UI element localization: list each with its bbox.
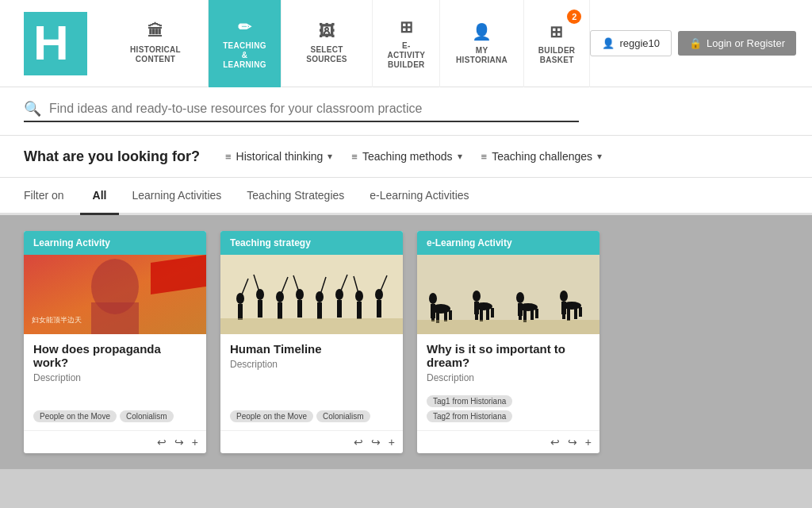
historical-thinking-chevron-icon: ▾ — [327, 151, 332, 162]
tag-tag1-historiana: Tag1 from Historiana — [427, 395, 512, 407]
card-share-btn-1[interactable]: ↪ — [174, 436, 184, 448]
svg-rect-25 — [337, 300, 342, 318]
nav-label-historical-content: HISTORICAL CONTENT — [117, 45, 193, 64]
card-actions-1: ↩ ↪ + — [24, 430, 206, 453]
svg-rect-60 — [567, 308, 570, 321]
historical-content-icon: 🏛 — [147, 22, 163, 40]
card-bookmark-btn-2[interactable]: ↩ — [354, 436, 363, 448]
nav-label-my-historiana: MY HISTORIANA — [454, 46, 508, 65]
teaching-methods-label: Teaching methods — [362, 150, 453, 163]
card-image-silhouette-2 — [417, 255, 599, 334]
logo[interactable]: H — [16, 8, 95, 79]
teaching-challenges-dropdown[interactable]: ≡ Teaching challenges ▾ — [472, 145, 611, 167]
card-header-elearning: e-Learning Activity — [417, 231, 599, 255]
nav-label-builder-basket: BUILDERBASKET — [538, 46, 576, 65]
builder-basket-icon: ⊞ — [550, 22, 563, 41]
nav-item-teaching-learning[interactable]: ✏ TEACHING &LEARNING — [209, 0, 282, 87]
user-button[interactable]: 👤 reggie10 — [590, 30, 672, 56]
svg-rect-33 — [220, 318, 403, 334]
header: H 🏛 HISTORICAL CONTENT ✏ TEACHING &LEARN… — [0, 0, 812, 87]
svg-rect-61 — [574, 307, 577, 319]
lock-icon: 🔒 — [689, 37, 702, 49]
card-desc-2: Description — [230, 359, 393, 370]
card-bookmark-btn-1[interactable]: ↩ — [157, 436, 167, 448]
tab-teaching-strategies[interactable]: Teaching Strategies — [234, 178, 357, 215]
card-title-3: Why is it so important to dream? — [427, 342, 590, 369]
svg-rect-5 — [91, 302, 139, 334]
login-register-button[interactable]: 🔒 Login or Register — [678, 31, 796, 56]
eactivity-builder-icon: ⊞ — [400, 17, 413, 37]
card-image-propaganda: 妇女能顶半边天 — [24, 255, 206, 334]
tab-elearning-activities[interactable]: e-Learning Activities — [357, 178, 481, 215]
card-tags-3: Tag1 from Historiana Tag2 from Historian… — [427, 395, 590, 422]
header-right: 👤 reggie10 🔒 Login or Register — [590, 30, 796, 56]
tabs-bar: Filter on All Learning Activities Teachi… — [0, 178, 812, 215]
card-body-2: Human Timeline Description People on the… — [220, 334, 403, 430]
card-header-teaching: Teaching strategy — [220, 231, 403, 255]
tag-people-on-move-2: People on the Move — [230, 410, 313, 422]
nav-item-my-historiana[interactable]: 👤 MY HISTORIANA — [440, 0, 523, 87]
card-desc-3: Description — [427, 372, 590, 383]
card-share-btn-3[interactable]: ↪ — [568, 436, 577, 448]
nav-item-builder-basket[interactable]: ⊞ BUILDERBASKET 2 — [524, 0, 591, 87]
tag-tag2-historiana: Tag2 from Historiana — [427, 410, 512, 422]
teaching-learning-icon: ✏ — [238, 17, 251, 37]
svg-rect-46 — [480, 309, 483, 321]
svg-rect-45 — [475, 308, 478, 320]
teaching-methods-dropdown[interactable]: ≡ Teaching methods ▾ — [342, 145, 471, 167]
svg-rect-63 — [417, 320, 599, 334]
search-input[interactable] — [49, 102, 579, 116]
nav-item-historical-content[interactable]: 🏛 HISTORICAL CONTENT — [103, 0, 209, 87]
tab-learning-activities[interactable]: Learning Activities — [119, 178, 234, 215]
svg-point-56 — [560, 291, 568, 302]
nav-label-select-sources: SELECT SOURCES — [296, 45, 358, 64]
svg-rect-31 — [377, 300, 381, 318]
tag-colonialism-1: Colonialism — [120, 410, 174, 422]
card-actions-3: ↩ ↪ + — [417, 430, 599, 453]
card-desc-1: Description — [33, 372, 197, 383]
nav-label-teaching-learning: TEACHING &LEARNING — [223, 41, 266, 70]
svg-rect-22 — [317, 302, 322, 319]
card-title-1: How does propaganda work? — [33, 342, 197, 369]
card-tags-1: People on the Move Colonialism — [33, 410, 197, 422]
historical-thinking-label: Historical thinking — [236, 150, 324, 163]
select-sources-icon: 🖼 — [319, 22, 335, 40]
svg-text:妇女能顶半边天: 妇女能顶半边天 — [32, 316, 82, 324]
nav-items: 🏛 HISTORICAL CONTENT ✏ TEACHING &LEARNIN… — [103, 0, 590, 87]
nav-item-select-sources[interactable]: 🖼 SELECT SOURCES — [282, 0, 373, 87]
basket-badge: 2 — [567, 10, 581, 24]
historical-thinking-grid-icon: ≡ — [225, 151, 232, 163]
search-input-wrap: 🔍 — [24, 100, 579, 122]
svg-rect-62 — [579, 307, 582, 317]
svg-rect-38 — [431, 310, 435, 321]
card-add-btn-3[interactable]: + — [585, 436, 592, 448]
teaching-challenges-label: Teaching challenges — [492, 150, 592, 163]
filter-bar: What are you looking for? ≡ Historical t… — [0, 136, 812, 178]
svg-text:H: H — [33, 15, 69, 70]
nav-label-eactivity-builder: E-ACTIVITYBUILDER — [387, 41, 425, 70]
card-learning-activity: Learning Activity 妇 — [24, 231, 206, 453]
teaching-methods-chevron-icon: ▾ — [458, 151, 462, 162]
card-title-2: Human Timeline — [230, 342, 393, 356]
svg-rect-55 — [535, 309, 538, 318]
svg-rect-59 — [562, 307, 565, 319]
svg-point-49 — [516, 292, 524, 303]
tab-all[interactable]: All — [80, 178, 120, 215]
filter-question: What are you looking for? — [24, 148, 200, 165]
card-bookmark-btn-3[interactable]: ↩ — [550, 436, 560, 448]
teaching-methods-grid-icon: ≡ — [351, 151, 358, 163]
svg-rect-10 — [238, 304, 243, 320]
card-actions-2: ↩ ↪ + — [220, 430, 403, 453]
cards-area: Learning Activity 妇 — [0, 215, 812, 469]
nav-item-eactivity-builder[interactable]: ⊞ E-ACTIVITYBUILDER — [373, 0, 440, 87]
historical-thinking-dropdown[interactable]: ≡ Historical thinking ▾ — [216, 145, 342, 167]
svg-rect-40 — [444, 310, 447, 321]
card-add-btn-2[interactable]: + — [389, 436, 395, 448]
svg-rect-52 — [519, 309, 522, 320]
card-share-btn-2[interactable]: ↪ — [371, 436, 381, 448]
user-icon: 👤 — [602, 37, 615, 49]
card-image-silhouette-1 — [220, 255, 403, 334]
card-add-btn-1[interactable]: + — [192, 436, 198, 448]
teaching-challenges-grid-icon: ≡ — [481, 151, 488, 163]
svg-point-42 — [473, 291, 481, 302]
